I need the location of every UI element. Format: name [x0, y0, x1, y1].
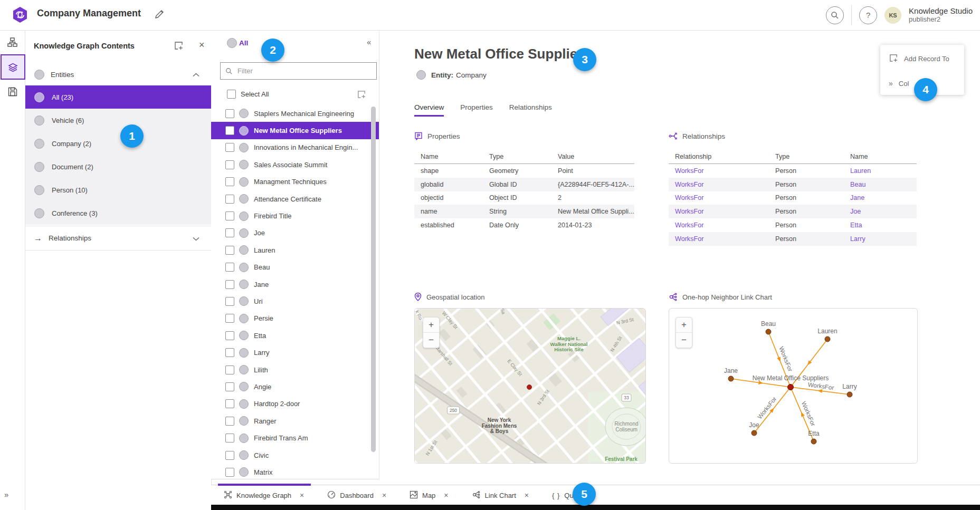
column-header-value[interactable]: Value [551, 149, 634, 164]
relationships-section-header[interactable]: → Relationships [25, 226, 211, 251]
close-tab-icon[interactable]: × [444, 491, 448, 499]
entity-item-etta[interactable]: Etta [211, 327, 379, 344]
cell-name[interactable]: Jane [844, 191, 917, 205]
cell-relationship[interactable]: WorksFor [669, 218, 769, 232]
entity-checkbox[interactable] [225, 314, 234, 323]
property-row[interactable]: shapeGeometryPoint [414, 164, 634, 178]
entity-item-larry[interactable]: Larry [211, 344, 379, 361]
entity-item-joe[interactable]: Joe [211, 225, 379, 242]
menu-item-add-record-to[interactable]: Add Record To [880, 51, 964, 66]
entity-item-beau[interactable]: Beau [211, 259, 379, 276]
tab-relationships[interactable]: Relationships [509, 103, 552, 117]
entity-checkbox[interactable] [225, 143, 234, 152]
close-panel-button[interactable]: × [199, 40, 205, 51]
column-header-relationship[interactable]: Relationship [669, 149, 769, 164]
entity-checkbox[interactable] [225, 297, 234, 306]
node-larry[interactable] [847, 392, 852, 397]
column-header-type[interactable]: Type [769, 149, 844, 164]
entity-checkbox[interactable] [225, 246, 234, 255]
zoom-out-button[interactable]: − [423, 333, 439, 348]
entity-item-firebird-title[interactable]: Firebird Title [211, 207, 379, 224]
geospatial-map[interactable]: 25033 k RoW Clay StSaW Marshall StE Clay… [414, 308, 646, 464]
one-hop-link-chart[interactable]: WorksForWorksForWorksForWorksForNew Meta… [669, 308, 918, 464]
entity-checkbox[interactable] [225, 348, 234, 357]
add-card-icon[interactable] [357, 90, 366, 101]
entity-checkbox[interactable] [225, 211, 234, 220]
entity-checkbox[interactable] [225, 228, 234, 237]
filter-field[interactable] [220, 62, 377, 80]
cell-relationship[interactable]: WorksFor [669, 164, 769, 178]
chevron-down-icon[interactable] [193, 234, 199, 243]
entity-item-managment-techniques[interactable]: Managment Techniques [211, 174, 379, 190]
property-row[interactable]: objectidObject ID2 [414, 191, 634, 205]
entity-item-hardtop-2-door[interactable]: Hardtop 2-door [211, 396, 379, 412]
add-card-icon[interactable] [174, 41, 184, 53]
entity-checkbox[interactable] [225, 126, 234, 135]
node-lauren[interactable] [825, 336, 830, 342]
node-new-metal-office-suppliers[interactable] [788, 384, 794, 390]
relationship-row[interactable]: WorksForPersonBeau [669, 178, 917, 191]
entity-item-attendance-certificate[interactable]: Attendance Certificate [211, 190, 379, 207]
cell-relationship[interactable]: WorksFor [669, 191, 769, 205]
entity-item-ranger[interactable]: Ranger [211, 412, 379, 429]
entity-type-person-10[interactable]: Person (10) [25, 178, 211, 201]
relationship-row[interactable]: WorksForPersonLarry [669, 232, 917, 246]
relationship-row[interactable]: WorksForPersonEtta [669, 218, 917, 232]
view-tab-dashboard[interactable]: Dashboard× [327, 490, 386, 501]
node-etta[interactable] [811, 439, 816, 444]
column-header-name[interactable]: Name [844, 149, 917, 164]
entity-type-conference-3[interactable]: Conference (3) [25, 201, 211, 225]
select-all-checkbox[interactable] [227, 90, 236, 99]
entity-list-scrollbar[interactable] [371, 107, 376, 452]
rail-item-layers[interactable] [1, 54, 25, 80]
zoom-out-button[interactable]: − [676, 333, 692, 348]
tab-overview[interactable]: Overview [414, 103, 444, 117]
property-row[interactable]: globalidGlobal ID{A228944F-0EF5-412A-... [414, 178, 634, 191]
entity-item-angie[interactable]: Angie [211, 378, 379, 395]
close-tab-icon[interactable]: × [382, 491, 386, 499]
cell-name[interactable]: Larry [844, 232, 917, 246]
cell-relationship[interactable]: WorksFor [669, 205, 769, 218]
entity-checkbox[interactable] [225, 177, 234, 186]
tab-properties[interactable]: Properties [460, 103, 493, 117]
entity-item-persie[interactable]: Persie [211, 310, 379, 327]
entity-checkbox[interactable] [225, 331, 234, 340]
entity-item-lauren[interactable]: Lauren [211, 242, 379, 258]
filter-input[interactable] [236, 66, 376, 75]
entity-checkbox[interactable] [225, 399, 234, 408]
collapse-panel-chevrons[interactable]: « [367, 37, 370, 46]
entity-item-sales-associate-summit[interactable]: Sales Associate Summit [211, 156, 379, 173]
help-button[interactable]: ? [859, 6, 877, 24]
entity-item-uri[interactable]: Uri [211, 293, 379, 310]
select-all-row[interactable]: Select All [211, 85, 379, 103]
entities-section-header[interactable]: Entities [25, 63, 211, 85]
relationship-row[interactable]: WorksForPersonJane [669, 191, 917, 205]
close-tab-icon[interactable]: × [525, 491, 529, 499]
property-row[interactable]: establishedDate Only2014-01-23 [414, 218, 634, 232]
entity-type-company-2[interactable]: Company (2) [25, 132, 211, 155]
cell-name[interactable]: Lauren [844, 164, 917, 178]
entity-item-firebird-trans-am[interactable]: Firebird Trans Am [211, 429, 379, 446]
entity-item-new-metal-office-suppliers[interactable]: New Metal Office Suppliers [211, 122, 379, 139]
cell-name[interactable]: Beau [844, 178, 917, 191]
search-button[interactable] [826, 6, 844, 24]
expand-rail-chevrons[interactable]: » [4, 490, 8, 499]
entity-item-innovations-in-mechanical-engin[interactable]: Innovations in Mechanical Engin... [211, 139, 379, 156]
relationship-row[interactable]: WorksForPersonLauren [669, 164, 917, 178]
cell-relationship[interactable]: WorksFor [669, 232, 769, 246]
entity-checkbox[interactable] [225, 382, 234, 391]
entity-item-staplers-mechanical-engineering[interactable]: Staplers Mechanical Engineering [211, 105, 379, 122]
cell-name[interactable]: Joe [844, 205, 917, 218]
zoom-in-button[interactable]: + [676, 317, 692, 333]
node-beau[interactable] [766, 329, 771, 334]
entity-item-lilith[interactable]: Lilith [211, 361, 379, 378]
entity-type-document-2[interactable]: Document (2) [25, 155, 211, 178]
entity-type-all-23[interactable]: All (23) [25, 85, 211, 109]
column-header-type[interactable]: Type [483, 149, 551, 164]
user-identity[interactable]: Knowledge Studio publisher2 [909, 6, 973, 23]
entity-checkbox[interactable] [225, 451, 234, 460]
close-tab-icon[interactable]: × [300, 491, 304, 499]
entity-type-vehicle-6[interactable]: Vehicle (6) [25, 109, 211, 132]
view-tab-knowledge-graph[interactable]: Knowledge Graph× [224, 490, 304, 501]
column-header-name[interactable]: Name [414, 149, 483, 164]
